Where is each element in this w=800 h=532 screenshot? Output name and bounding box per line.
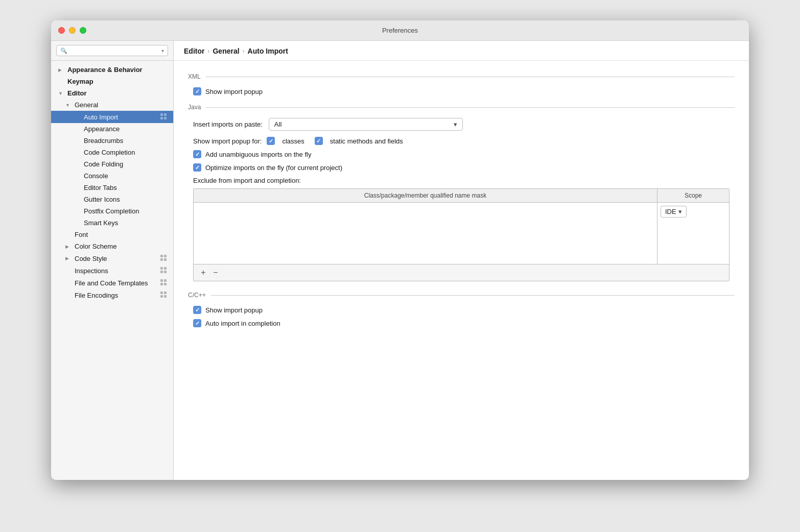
minimize-button[interactable] — [69, 27, 76, 34]
sidebar-item-font[interactable]: Font — [51, 229, 173, 240]
sidebar: 🔍 ▾ ▶ Appearance & Behavior Keymap — [51, 41, 174, 480]
sidebar-item-label: Code Style — [75, 255, 107, 262]
sidebar-item-label: Editor Tabs — [84, 184, 117, 191]
table-col1-header: Class/package/member qualified name mask — [194, 189, 657, 202]
sidebar-item-label: File and Code Templates — [75, 279, 148, 287]
add-entry-button[interactable]: + — [198, 267, 209, 278]
sidebar-item-general[interactable]: ▼ General — [51, 99, 173, 111]
sidebar-item-gutter-icons[interactable]: Gutter Icons — [51, 194, 173, 205]
sidebar-item-postfix-completion[interactable]: Postfix Completion — [51, 205, 173, 217]
search-input[interactable] — [69, 47, 159, 54]
add-unambiguous-label: Add unambiguous imports on the fly — [205, 151, 311, 158]
sidebar-item-label: Code Completion — [84, 149, 135, 156]
sidebar-item-file-encodings[interactable]: File Encodings — [51, 289, 173, 301]
svg-rect-18 — [160, 295, 163, 298]
sidebar-item-label: General — [75, 101, 98, 109]
classes-checkbox[interactable] — [267, 137, 275, 145]
sidebar-item-label: Auto Import — [84, 113, 118, 121]
sidebar-item-inspections[interactable]: Inspections — [51, 264, 173, 277]
sidebar-item-label: Appearance & Behavior — [67, 66, 143, 74]
sidebar-item-editor[interactable]: ▼ Editor — [51, 87, 173, 99]
svg-rect-4 — [160, 255, 163, 257]
sidebar-item-breadcrumbs[interactable]: Breadcrumbs — [51, 135, 173, 147]
expand-arrow-icon: ▶ — [65, 244, 75, 249]
collapse-arrow-icon: ▼ — [58, 91, 67, 96]
sidebar-item-label: Color Scheme — [75, 243, 116, 250]
insert-imports-dropdown[interactable]: All ▾ — [269, 118, 463, 131]
add-unambiguous-checkbox[interactable] — [193, 150, 201, 158]
settings-icon — [160, 113, 168, 121]
sidebar-item-code-completion[interactable]: Code Completion — [51, 147, 173, 158]
svg-rect-3 — [164, 117, 167, 119]
search-icon: 🔍 — [60, 47, 67, 54]
settings-icon — [160, 267, 168, 275]
table-toolbar: + − — [194, 264, 729, 281]
maximize-button[interactable] — [80, 27, 86, 34]
sidebar-item-file-code-templates[interactable]: File and Code Templates — [51, 277, 173, 289]
sidebar-item-label: Postfix Completion — [84, 207, 139, 215]
static-checkbox[interactable] — [315, 137, 323, 145]
cpp-section-line — [211, 295, 735, 296]
optimize-imports-checkbox[interactable] — [193, 163, 201, 172]
cpp-auto-import-label: Auto import in completion — [205, 320, 280, 327]
insert-imports-label: Insert imports on paste: — [193, 120, 263, 128]
sidebar-item-auto-import[interactable]: Auto Import — [51, 111, 173, 123]
sidebar-item-label: Editor — [67, 89, 87, 97]
sidebar-item-code-folding[interactable]: Code Folding — [51, 158, 173, 170]
settings-icon — [160, 279, 168, 287]
remove-entry-button[interactable]: − — [210, 267, 221, 278]
svg-rect-1 — [164, 113, 167, 116]
sidebar-item-label: Console — [84, 172, 108, 180]
classes-label: classes — [282, 137, 304, 145]
table-body: IDE ▾ — [194, 203, 729, 264]
svg-rect-8 — [160, 267, 163, 270]
content-scroll: XML Show import popup Java Insert import… — [174, 61, 749, 480]
checkbox-group: classes static methods and fields — [267, 137, 403, 145]
svg-rect-6 — [160, 258, 163, 261]
collapse-arrow-icon: ▼ — [65, 103, 75, 108]
sidebar-item-console[interactable]: Console — [51, 170, 173, 182]
scope-dropdown[interactable]: IDE ▾ — [661, 206, 687, 217]
search-input-wrapper[interactable]: 🔍 ▾ — [56, 45, 168, 56]
table-col2-header: Scope — [657, 189, 729, 202]
scope-value: IDE — [665, 208, 676, 215]
optimize-imports-row: Optimize imports on the fly (for current… — [188, 163, 735, 172]
breadcrumb-general: General — [213, 47, 239, 55]
xml-show-import-popup-label: Show import popup — [205, 88, 263, 95]
sidebar-item-label: Gutter Icons — [84, 196, 120, 203]
sidebar-item-color-scheme[interactable]: ▶ Color Scheme — [51, 240, 173, 252]
svg-rect-15 — [164, 283, 167, 285]
preferences-window: Preferences 🔍 ▾ ▶ Appearance & Behavior — [51, 20, 749, 480]
svg-rect-2 — [160, 117, 163, 119]
settings-icon — [160, 291, 168, 299]
dropdown-arrow-icon: ▾ — [454, 120, 457, 128]
svg-rect-17 — [164, 292, 167, 294]
exclude-section: Exclude from import and completion: Clas… — [188, 177, 735, 281]
sidebar-item-label: Keymap — [67, 78, 93, 85]
svg-rect-9 — [164, 267, 167, 270]
sidebar-item-smart-keys[interactable]: Smart Keys — [51, 217, 173, 229]
cpp-section-header: C/C++ — [188, 292, 735, 299]
sidebar-item-label: Code Folding — [84, 160, 123, 168]
scope-dropdown-arrow-icon: ▾ — [678, 208, 682, 215]
sidebar-item-code-style[interactable]: ▶ Code Style — [51, 252, 173, 264]
traffic-lights — [58, 27, 86, 34]
show-import-popup-row: Show import popup for: classes static me… — [188, 137, 735, 145]
xml-show-import-popup-checkbox[interactable] — [193, 87, 201, 95]
sidebar-item-label: Appearance — [84, 125, 120, 133]
xml-section-line — [206, 77, 735, 77]
cpp-show-import-popup-checkbox[interactable] — [193, 306, 201, 314]
close-button[interactable] — [58, 27, 65, 34]
insert-imports-row: Insert imports on paste: All ▾ — [188, 118, 735, 131]
sidebar-item-keymap[interactable]: Keymap — [51, 76, 173, 87]
expand-arrow-icon: ▶ — [65, 256, 75, 261]
cpp-auto-import-checkbox[interactable] — [193, 319, 201, 327]
sidebar-item-appearance-behavior[interactable]: ▶ Appearance & Behavior — [51, 64, 173, 76]
sidebar-item-appearance[interactable]: Appearance — [51, 123, 173, 135]
svg-rect-5 — [164, 255, 167, 257]
sidebar-tree: ▶ Appearance & Behavior Keymap ▼ Editor … — [51, 61, 173, 480]
svg-rect-19 — [164, 295, 167, 298]
sidebar-item-editor-tabs[interactable]: Editor Tabs — [51, 182, 173, 194]
exclude-label: Exclude from import and completion: — [188, 177, 735, 184]
breadcrumb-sep-1: › — [207, 47, 209, 55]
